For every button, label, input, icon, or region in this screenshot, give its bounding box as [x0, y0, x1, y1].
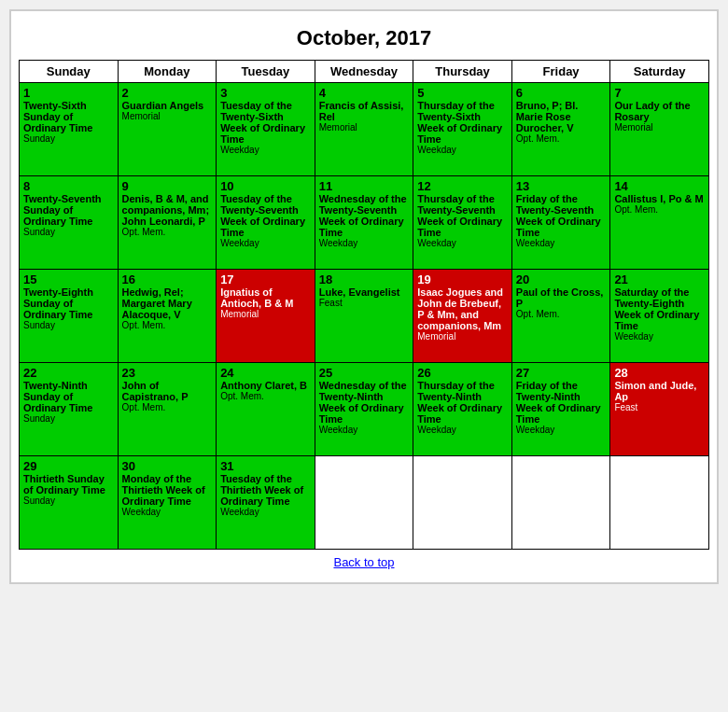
day-name: Paul of the Cross, P [516, 286, 607, 309]
day-type: Sunday [23, 496, 114, 506]
day-number: 8 [23, 179, 114, 193]
day-number: 5 [417, 86, 508, 100]
calendar-cell [413, 456, 512, 550]
day-name: Saturday of the Twenty-Eighth Week of Or… [614, 286, 705, 331]
day-number: 14 [614, 179, 705, 193]
day-name: Tuesday of the Twenty-Sixth Week of Ordi… [220, 100, 311, 145]
day-type: Opt. Mem. [614, 204, 705, 215]
day-number: 7 [614, 86, 705, 100]
day-header-monday: Monday [118, 61, 217, 83]
calendar-cell: 12Thursday of the Twenty-Seventh Week of… [413, 176, 512, 270]
day-number: 24 [220, 366, 311, 380]
day-name: Thursday of the Twenty-Sixth Week of Ord… [417, 100, 508, 145]
day-type: Memorial [614, 122, 705, 133]
day-number: 26 [417, 366, 508, 380]
day-number: 9 [122, 179, 213, 193]
day-number: 17 [220, 272, 311, 286]
back-to-top-link[interactable]: Back to top [333, 555, 394, 569]
day-number: 18 [319, 272, 410, 286]
week-row-5: 29Thirtieth Sunday of Ordinary TimeSunda… [20, 456, 709, 550]
calendar-cell [511, 456, 610, 550]
day-number: 6 [516, 86, 607, 100]
calendar-cell: 22Twenty-Ninth Sunday of Ordinary TimeSu… [20, 363, 119, 456]
day-name: Thirtieth Sunday of Ordinary Time [23, 473, 114, 496]
day-name: Our Lady of the Rosary [614, 100, 705, 122]
day-number: 25 [319, 366, 410, 380]
day-type: Sunday [23, 320, 114, 330]
day-name: Friday of the Twenty-Seventh Week of Ord… [516, 193, 607, 238]
day-type: Weekday [220, 507, 311, 517]
day-number: 27 [516, 366, 607, 380]
calendar-cell: 9Denis, B & M, and companions, Mm; John … [118, 176, 217, 270]
calendar-cell: 3Tuesday of the Twenty-Sixth Week of Ord… [217, 83, 315, 176]
week-row-3: 15Twenty-Eighth Sunday of Ordinary TimeS… [20, 270, 709, 363]
calendar-title: October, 2017 [19, 19, 709, 60]
day-name: Anthony Claret, B [220, 380, 311, 391]
day-number: 11 [319, 179, 410, 193]
day-name: Twenty-Ninth Sunday of Ordinary Time [23, 380, 114, 413]
calendar-container: October, 2017 SundayMondayTuesdayWednesd… [9, 9, 719, 584]
day-type: Opt. Mem. [220, 391, 311, 401]
day-number: 30 [122, 459, 213, 473]
day-number: 21 [614, 272, 705, 286]
week-row-4: 22Twenty-Ninth Sunday of Ordinary TimeSu… [20, 363, 709, 456]
day-type: Opt. Mem. [122, 402, 213, 412]
day-name: Thursday of the Twenty-Ninth Week of Ord… [417, 380, 508, 425]
day-header-friday: Friday [511, 61, 610, 83]
day-type: Weekday [220, 145, 311, 155]
day-type: Weekday [516, 238, 607, 248]
calendar-cell: 14Callistus I, Po & MOpt. Mem. [610, 176, 709, 270]
day-type: Weekday [417, 145, 508, 155]
calendar-cell: 7Our Lady of the RosaryMemorial [610, 83, 709, 176]
day-header-thursday: Thursday [413, 61, 512, 83]
day-header-tuesday: Tuesday [217, 61, 315, 83]
calendar-cell: 20Paul of the Cross, POpt. Mem. [511, 270, 610, 363]
days-header-row: SundayMondayTuesdayWednesdayThursdayFrid… [20, 61, 709, 83]
day-name: Simon and Jude, Ap [614, 380, 705, 402]
day-name: Isaac Jogues and John de Brebeuf, P & Mm… [417, 286, 508, 331]
day-name: Bruno, P; Bl. Marie Rose Durocher, V [516, 100, 607, 133]
calendar-cell: 6Bruno, P; Bl. Marie Rose Durocher, VOpt… [511, 83, 610, 176]
day-name: Wednesday of the Twenty-Ninth Week of Or… [319, 380, 410, 425]
day-type: Opt. Mem. [516, 309, 607, 319]
day-number: 3 [220, 86, 311, 100]
day-type: Weekday [122, 507, 213, 517]
calendar-cell [610, 456, 709, 550]
day-name: Friday of the Twenty-Ninth Week of Ordin… [516, 380, 607, 425]
day-name: Denis, B & M, and companions, Mm; John L… [122, 193, 213, 227]
calendar-cell: 25Wednesday of the Twenty-Ninth Week of … [315, 363, 413, 456]
day-name: Tuesday of the Thirtieth Week of Ordinar… [220, 473, 311, 507]
day-number: 10 [220, 179, 311, 193]
day-name: Twenty-Seventh Sunday of Ordinary Time [23, 193, 114, 227]
footer: Back to top [19, 550, 709, 575]
day-name: Tuesday of the Twenty-Seventh Week of Or… [220, 193, 311, 238]
day-type: Feast [319, 298, 410, 308]
day-number: 23 [122, 366, 213, 380]
day-number: 19 [417, 272, 508, 286]
calendar-cell: 23John of Capistrano, POpt. Mem. [118, 363, 217, 456]
day-name: Thursday of the Twenty-Seventh Week of O… [417, 193, 508, 238]
day-header-saturday: Saturday [610, 61, 709, 83]
calendar-cell: 27Friday of the Twenty-Ninth Week of Ord… [511, 363, 610, 456]
day-name: John of Capistrano, P [122, 380, 213, 402]
calendar-cell: 31Tuesday of the Thirtieth Week of Ordin… [217, 456, 315, 550]
day-number: 28 [614, 366, 705, 380]
day-type: Memorial [417, 331, 508, 342]
day-type: Weekday [319, 425, 410, 435]
day-number: 1 [23, 86, 114, 100]
calendar-cell: 11Wednesday of the Twenty-Seventh Week o… [315, 176, 413, 270]
calendar-cell: 13Friday of the Twenty-Seventh Week of O… [511, 176, 610, 270]
day-type: Weekday [319, 238, 410, 248]
day-type: Weekday [417, 238, 508, 248]
calendar-cell [315, 456, 413, 550]
day-name: Guardian Angels [122, 100, 213, 111]
day-type: Memorial [319, 122, 410, 133]
calendar-cell: 5Thursday of the Twenty-Sixth Week of Or… [413, 83, 512, 176]
calendar-cell: 18Luke, EvangelistFeast [315, 270, 413, 363]
day-header-sunday: Sunday [20, 61, 119, 83]
day-number: 22 [23, 366, 114, 380]
calendar-cell: 30Monday of the Thirtieth Week of Ordina… [118, 456, 217, 550]
day-number: 31 [220, 459, 311, 473]
day-name: Twenty-Sixth Sunday of Ordinary Time [23, 100, 114, 133]
calendar-cell: 10Tuesday of the Twenty-Seventh Week of … [217, 176, 315, 270]
